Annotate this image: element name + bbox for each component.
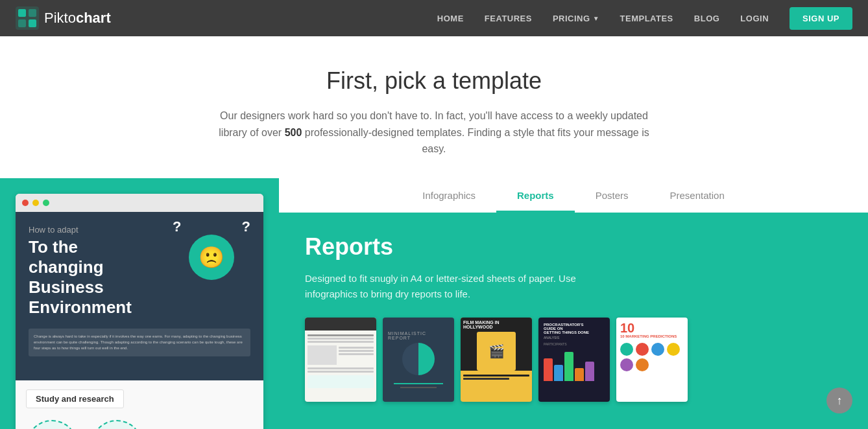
tab-reports[interactable]: Reports bbox=[496, 178, 575, 213]
nav-links: HOME FEATURES PRICING ▼ TEMPLATES BLOG L… bbox=[437, 12, 852, 24]
browser-bottom-section: Study and research Good way to keep in t… bbox=[16, 380, 263, 429]
study-circles: Good way to keep in track is to study ab… bbox=[26, 420, 253, 429]
analysis-bars bbox=[544, 349, 605, 381]
right-panel: Infographics Reports Posters Presentatio… bbox=[279, 178, 868, 429]
browser-content-area: How to adapt To the changing Business En… bbox=[16, 212, 263, 380]
template-tabs: Infographics Reports Posters Presentatio… bbox=[279, 178, 868, 213]
browser-close-dot bbox=[22, 200, 29, 206]
template-thumb-minimalistic[interactable]: MINIMALISTIC REPORT bbox=[383, 318, 454, 402]
logo-icon bbox=[16, 6, 39, 30]
preview-body-text: Change is always hard to take in especia… bbox=[29, 329, 250, 356]
main-content: How to adapt To the changing Business En… bbox=[0, 178, 868, 429]
svg-rect-3 bbox=[18, 19, 26, 27]
thumb-marketing-label: 10 MARKETING PREDICTIONS bbox=[620, 334, 684, 339]
template-preview-panel: How to adapt To the changing Business En… bbox=[0, 178, 279, 429]
avatar-face: 🙁 bbox=[199, 245, 224, 270]
nav-item-templates[interactable]: TEMPLATES bbox=[620, 12, 673, 24]
chevron-down-icon: ▼ bbox=[593, 15, 599, 22]
browser-minimize-dot bbox=[32, 200, 39, 206]
scroll-top-button[interactable]: ↑ bbox=[826, 388, 852, 413]
tab-posters[interactable]: Posters bbox=[575, 178, 649, 213]
browser-window: How to adapt To the changing Business En… bbox=[16, 194, 263, 429]
preview-subtitle: How to adapt bbox=[29, 225, 151, 235]
svg-rect-4 bbox=[29, 19, 36, 27]
svg-rect-1 bbox=[18, 9, 26, 17]
study-badge: Study and research bbox=[26, 389, 124, 408]
template-count: 500 bbox=[285, 127, 302, 138]
reports-description: Designed to fit snugly in A4 or letter-s… bbox=[305, 271, 616, 302]
hero-section: First, pick a template Our designers wor… bbox=[0, 36, 868, 178]
reports-title: Reports bbox=[305, 233, 842, 261]
template-thumb-marketing[interactable]: 10 10 MARKETING PREDICTIONS bbox=[616, 318, 688, 402]
template-thumb-film[interactable]: FILM MAKING IN HOLLYWOOD 🎬 bbox=[461, 318, 532, 402]
logo-text: Piktochart bbox=[44, 10, 111, 27]
thumb-minimalistic-label: MINIMALISTIC REPORT bbox=[388, 331, 449, 340]
preview-title: To the changing Business Environment bbox=[29, 237, 151, 318]
thumb-film-label: FILM MAKING IN HOLLYWOOD bbox=[461, 318, 532, 332]
nav-item-blog[interactable]: BLOG bbox=[694, 12, 720, 24]
nav-item-pricing[interactable]: PRICING ▼ bbox=[553, 14, 599, 23]
thumb-minimalistic-chart bbox=[402, 343, 435, 375]
tab-presentation[interactable]: Presentation bbox=[649, 178, 745, 213]
nav-item-signup[interactable]: SIGN UP bbox=[790, 12, 852, 24]
thumb-analysis-label: PROCRASTINATOR'SGUIDE ONGETTING THINGS D… bbox=[544, 323, 605, 334]
question-mark-right: ? bbox=[242, 218, 250, 235]
nav-item-home[interactable]: HOME bbox=[437, 12, 464, 24]
svg-rect-2 bbox=[29, 9, 36, 17]
navbar: Piktochart HOME FEATURES PRICING ▼ TEMPL… bbox=[0, 0, 868, 36]
signup-button[interactable]: SIGN UP bbox=[790, 7, 852, 30]
logo[interactable]: Piktochart bbox=[16, 6, 111, 30]
question-mark-left: ? bbox=[173, 218, 181, 235]
scroll-top-icon: ↑ bbox=[837, 394, 843, 408]
browser-maximize-dot bbox=[43, 200, 49, 206]
template-thumb-analysis[interactable]: PROCRASTINATOR'SGUIDE ONGETTING THINGS D… bbox=[538, 318, 610, 402]
hero-title: First, pick a template bbox=[16, 67, 852, 95]
template-thumbnails: MINIMALISTIC REPORT FILM MAKING IN HOLLY… bbox=[305, 318, 842, 402]
nav-item-features[interactable]: FEATURES bbox=[485, 12, 532, 24]
avatar-circle: 🙁 bbox=[189, 235, 234, 280]
preview-avatar: 🙁 ? ? bbox=[179, 218, 244, 296]
template-thumb-newspaper[interactable] bbox=[305, 318, 376, 402]
tab-infographics[interactable]: Infographics bbox=[402, 178, 496, 213]
nav-item-login[interactable]: LOGIN bbox=[740, 12, 769, 24]
study-circle-2: Researching about the changes online and… bbox=[91, 420, 143, 429]
browser-chrome-bar bbox=[16, 194, 263, 212]
reports-section: Reports Designed to fit snugly in A4 or … bbox=[279, 213, 868, 429]
hero-description: Our designers work hard so you don't hav… bbox=[207, 108, 661, 157]
study-circle-1: Good way to keep in track is to study ab… bbox=[26, 420, 78, 429]
marketing-circles bbox=[620, 343, 684, 371]
